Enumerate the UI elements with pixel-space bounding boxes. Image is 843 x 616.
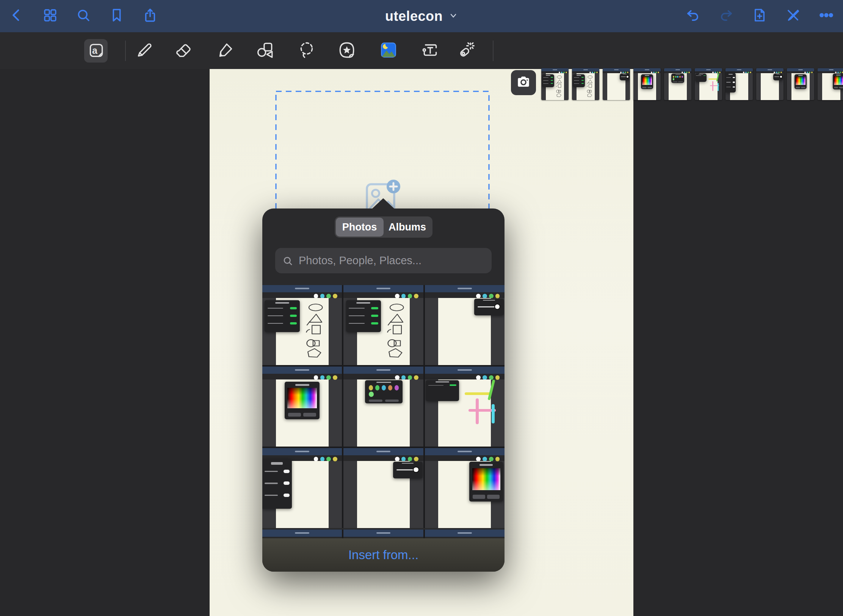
page-thumbnail[interactable] — [695, 68, 722, 100]
highlighter-icon — [216, 41, 235, 61]
photo-thumbnail-partial[interactable] — [343, 530, 423, 538]
mini-eraser-menu — [262, 459, 292, 509]
photo-thumbnail[interactable] — [425, 448, 505, 528]
photo-thumbnail[interactable] — [343, 285, 423, 365]
mini-toolbar — [262, 292, 342, 298]
mini-screenshot-shapes-menu — [262, 285, 342, 365]
mini-thickness-popup — [393, 462, 423, 478]
mini-navbar — [572, 68, 599, 71]
mini-navbar — [425, 367, 505, 374]
mini-navbar — [818, 68, 843, 71]
insert-from-button[interactable]: Insert from... — [262, 538, 505, 572]
page-thumbnail[interactable] — [818, 68, 843, 100]
navbar: utelecon — [0, 0, 843, 32]
toolbar-divider — [493, 41, 494, 61]
mini-menu-title — [729, 74, 733, 75]
mini-navbar — [343, 285, 423, 292]
photo-search-field[interactable] — [275, 248, 492, 273]
mini-toolbar — [343, 455, 423, 461]
photo-thumbnail[interactable] — [262, 285, 342, 365]
mini-screenshot-shapes-menu — [343, 285, 423, 365]
page-thumbnail[interactable] — [664, 68, 691, 100]
mini-screenshot-thickness — [603, 68, 630, 100]
photo-thumbnail[interactable] — [425, 367, 505, 447]
tool-shapes[interactable] — [253, 39, 277, 63]
photo-thumbnail[interactable] — [262, 448, 342, 528]
mini-menu-title — [577, 75, 581, 76]
tool-text[interactable] — [418, 39, 442, 63]
image-tool-icon — [379, 41, 398, 61]
mini-shapes — [556, 75, 563, 97]
mini-color-dot — [627, 72, 628, 73]
photo-thumbnail[interactable] — [343, 367, 423, 447]
mini-navbar — [262, 285, 342, 292]
tool-laser-pointer[interactable] — [453, 39, 477, 63]
mini-color-dot — [750, 72, 751, 73]
tool-image[interactable] — [377, 39, 400, 63]
mini-screenshot-rainbow — [262, 367, 342, 447]
photo-thumbnail-partial[interactable] — [262, 530, 342, 538]
mini-navbar — [425, 285, 505, 292]
mini-thickness-popup — [620, 74, 630, 80]
tool-sticker[interactable] — [335, 39, 359, 63]
page-thumbnail[interactable] — [787, 68, 814, 100]
mini-toolbar — [262, 374, 342, 379]
mini-shapes — [386, 303, 407, 359]
sticker-icon — [337, 41, 356, 61]
camera-button[interactable] — [511, 70, 536, 95]
mini-navbar — [633, 68, 661, 71]
tool-eraser[interactable] — [171, 39, 195, 63]
mini-toolbar — [343, 374, 423, 379]
tool-read-mode[interactable]: a — [84, 39, 108, 63]
laser-pointer-icon — [456, 41, 475, 61]
photo-thumbnail-partial[interactable] — [425, 530, 505, 538]
mini-screenshot-thickness — [425, 285, 505, 365]
tab-photos[interactable]: Photos — [336, 218, 384, 237]
mini-screenshot-rainbow-right — [425, 448, 505, 528]
mini-screenshot-plain — [425, 530, 505, 538]
photo-thumbnail[interactable] — [425, 285, 505, 365]
mini-highlighter-menu — [695, 74, 707, 82]
tool-lasso[interactable] — [295, 39, 318, 63]
mini-color-picker — [469, 462, 503, 502]
page-thumbnail[interactable] — [603, 68, 630, 100]
mini-tool-menu — [573, 74, 585, 87]
mini-menu-title — [546, 75, 551, 76]
mini-screenshot-dots — [343, 367, 423, 447]
document-title-button[interactable]: utelecon — [0, 0, 843, 32]
tool-highlighter[interactable] — [214, 39, 237, 63]
tab-albums[interactable]: Albums — [384, 218, 431, 237]
app-window: utelecon — [0, 0, 843, 616]
tool-bar: a — [0, 32, 843, 69]
page-thumbnail[interactable] — [756, 68, 783, 100]
photo-thumbnail[interactable] — [262, 367, 342, 447]
mini-screenshot-plain — [262, 530, 342, 538]
photo-thumbnail[interactable] — [343, 448, 423, 528]
mini-navbar — [262, 367, 342, 374]
mini-toolbar — [425, 455, 505, 461]
mini-eraser-menu — [725, 73, 736, 92]
mini-color-dot — [414, 457, 418, 461]
svg-text:a: a — [92, 45, 98, 56]
eraser-icon — [174, 41, 193, 61]
page-thumbnail[interactable] — [572, 68, 599, 100]
mini-navbar — [787, 68, 814, 71]
search-input[interactable] — [298, 254, 485, 267]
page-thumbnail[interactable] — [633, 68, 661, 100]
photo-grid — [262, 285, 505, 528]
mini-thickness-popup — [474, 299, 504, 315]
mini-color-picker — [794, 74, 807, 89]
page-thumbnail[interactable] — [541, 68, 569, 100]
mini-screenshot-plain — [343, 530, 423, 538]
mini-color-picker — [285, 382, 320, 419]
mini-color-dot — [658, 72, 659, 73]
tool-pen[interactable] — [133, 39, 156, 63]
mini-toolbar — [343, 292, 423, 298]
mini-navbar — [725, 68, 753, 71]
page-thumbnail[interactable] — [725, 68, 753, 100]
mini-color-dot — [333, 457, 337, 461]
photo-picker-popup: Photos Albums Insert from... — [262, 208, 505, 572]
mini-color-dot — [333, 375, 337, 380]
mini-color-dot — [780, 72, 782, 73]
mini-screenshot-strokes — [425, 367, 505, 447]
